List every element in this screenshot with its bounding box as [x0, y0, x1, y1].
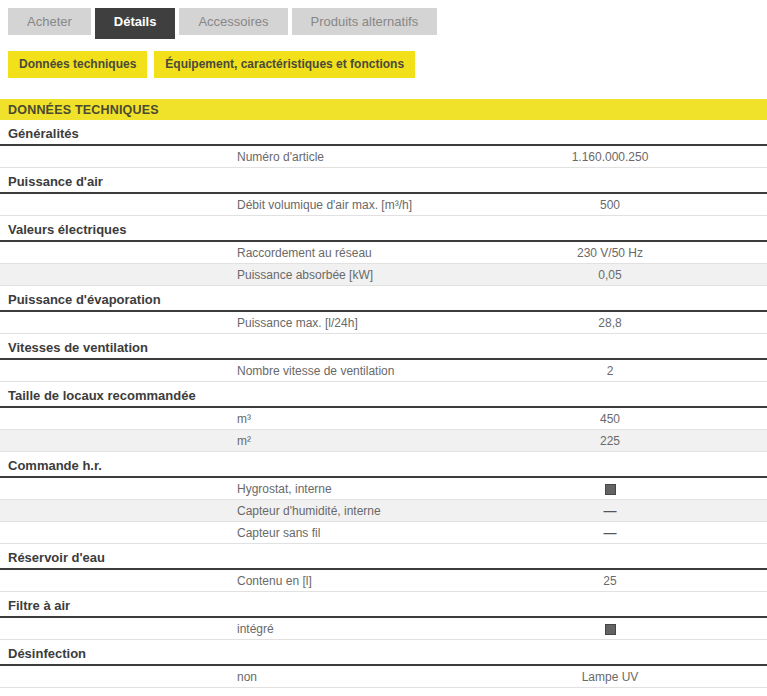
spec-label: Hygrostat, interne — [237, 482, 490, 496]
spec-label: Puissance absorbée [kW] — [237, 268, 490, 282]
product-tabs: AcheterDétailsAccessoiresProduits altern… — [8, 8, 767, 38]
spec-row: intégré — [0, 618, 767, 640]
spec-row: Puissance max. [l/24h]28,8 — [0, 312, 767, 334]
technical-data-header-bar: DONNÉES TECHNIQUES — [0, 99, 767, 120]
spec-row: Capteur sans fil— — [0, 522, 767, 544]
section-title-valeurs-electriques: Valeurs électriques — [0, 217, 767, 242]
spec-value — [490, 622, 730, 636]
spec-row: nonLampe UV — [0, 666, 767, 688]
spec-value — [490, 482, 730, 496]
spec-value: — — [490, 503, 730, 518]
spec-row: Hygrostat, interne — [0, 478, 767, 500]
dash-icon: — — [604, 525, 617, 540]
spec-label: Contenu en [l] — [237, 574, 490, 588]
spec-label: Puissance max. [l/24h] — [237, 316, 490, 330]
dash-icon: — — [604, 503, 617, 518]
spec-value: 450 — [490, 412, 730, 426]
section-title-generalites: Généralités — [0, 121, 767, 146]
tab-produits-alternatifs[interactable]: Produits alternatifs — [292, 8, 438, 35]
section-title-commande-h-r: Commande h.r. — [0, 453, 767, 478]
spec-value: 28,8 — [490, 316, 730, 330]
spec-value: 0,05 — [490, 268, 730, 282]
checked-square-icon — [605, 484, 616, 495]
spec-row: Nombre vitesse de ventilation2 — [0, 360, 767, 382]
tab-details[interactable]: Détails — [95, 8, 176, 39]
technical-data-table: GénéralitésNuméro d'article1.160.000.250… — [0, 121, 767, 696]
spec-label: non — [237, 670, 490, 684]
spec-label: Nombre vitesse de ventilation — [237, 364, 490, 378]
spec-row: Contenu en [l]25 — [0, 570, 767, 592]
checked-square-icon — [605, 624, 616, 635]
spec-value: 2 — [490, 364, 730, 378]
product-details-page: AcheterDétailsAccessoiresProduits altern… — [0, 8, 767, 696]
anchor-button-donnees-techniques[interactable]: Données techniques — [8, 51, 147, 78]
spec-label: intégré — [237, 622, 490, 636]
spec-label: Capteur sans fil — [237, 526, 490, 540]
section-title-desinfection: Désinfection — [0, 641, 767, 666]
section-title-puissance-d-air: Puissance d'air — [0, 169, 767, 194]
technical-data-header-label: DONNÉES TECHNIQUES — [8, 103, 159, 117]
spec-label: Débit volumique d'air max. [m³/h] — [237, 198, 490, 212]
section-title-vitesses-de-ventilation: Vitesses de ventilation — [0, 335, 767, 360]
spec-row: Débit volumique d'air max. [m³/h]500 — [0, 194, 767, 216]
section-anchor-buttons: Données techniquesÉquipement, caractéris… — [8, 51, 767, 78]
spec-label: Capteur d'humidité, interne — [237, 504, 490, 518]
spec-row: Raccordement au réseau230 V/50 Hz — [0, 242, 767, 264]
spec-value: 230 V/50 Hz — [490, 246, 730, 260]
section-title-taille-de-locaux-recommandee: Taille de locaux recommandée — [0, 383, 767, 408]
spec-value: — — [490, 525, 730, 540]
section-title-unite-de-commande: Unité de commande — [0, 689, 767, 696]
spec-value: 500 — [490, 198, 730, 212]
spec-label: Numéro d'article — [237, 150, 490, 164]
spec-row: Capteur d'humidité, interne— — [0, 500, 767, 522]
spec-row: Numéro d'article1.160.000.250 — [0, 146, 767, 168]
tab-accessoires[interactable]: Accessoires — [179, 8, 287, 35]
spec-row: m³450 — [0, 408, 767, 430]
spec-value: 225 — [490, 434, 730, 448]
section-title-filtre-a-air: Filtre à air — [0, 593, 767, 618]
spec-value: 1.160.000.250 — [490, 150, 730, 164]
anchor-button-equipement-caracteristiques-et-fonctions[interactable]: Équipement, caractéristiques et fonction… — [154, 51, 415, 78]
tab-acheter[interactable]: Acheter — [8, 8, 91, 35]
section-title-puissance-d-evaporation: Puissance d'évaporation — [0, 287, 767, 312]
section-title-reservoir-d-eau: Réservoir d'eau — [0, 545, 767, 570]
spec-label: m² — [237, 434, 490, 448]
spec-label: Raccordement au réseau — [237, 246, 490, 260]
spec-value: Lampe UV — [490, 670, 730, 684]
spec-value: 25 — [490, 574, 730, 588]
spec-label: m³ — [237, 412, 490, 426]
spec-row: m²225 — [0, 430, 767, 452]
spec-row: Puissance absorbée [kW]0,05 — [0, 264, 767, 286]
